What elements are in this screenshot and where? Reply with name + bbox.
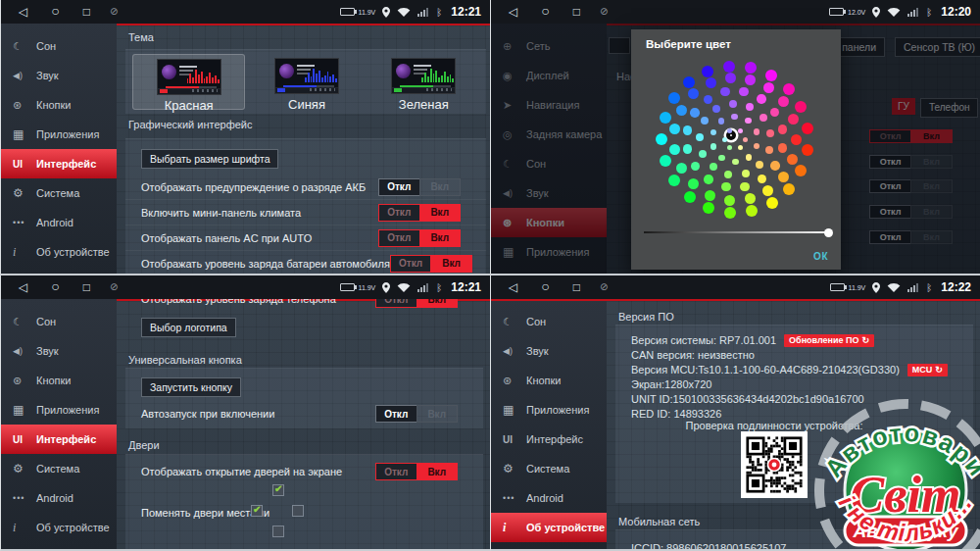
door-checkbox-top[interactable] — [272, 484, 284, 496]
update-badge[interactable]: Обновление ПО↻ — [784, 334, 874, 347]
color-dot[interactable] — [701, 117, 709, 125]
color-dot[interactable] — [783, 183, 795, 195]
color-dot[interactable] — [668, 92, 680, 104]
color-dot[interactable] — [770, 108, 780, 118]
color-dot[interactable] — [766, 197, 778, 209]
recents-icon[interactable]: □ — [573, 281, 580, 293]
color-dot[interactable] — [788, 114, 799, 125]
color-dot[interactable] — [710, 143, 717, 150]
color-dot[interactable] — [778, 96, 789, 107]
sidebar-item-speaker[interactable]: ◀)Звук — [491, 336, 607, 366]
color-dot[interactable] — [746, 154, 753, 161]
color-dot[interactable] — [676, 105, 687, 116]
color-dot[interactable] — [704, 95, 713, 105]
toggle-on-option[interactable]: Вкл — [419, 229, 462, 247]
theme-card[interactable]: Зеленая — [368, 54, 479, 110]
color-dot[interactable] — [718, 155, 725, 162]
home-icon[interactable]: ○ — [51, 4, 59, 18]
color-dot[interactable] — [778, 143, 788, 153]
color-dot[interactable] — [712, 105, 720, 113]
sidebar-item-moon[interactable]: ☾Сон — [1, 31, 117, 61]
sidebar-item-ui[interactable]: UIИнтерфейс — [1, 149, 117, 178]
color-dot[interactable] — [683, 125, 693, 135]
color-dot[interactable] — [763, 82, 774, 93]
back-icon[interactable]: ◁ — [509, 6, 517, 18]
color-dot[interactable] — [732, 159, 739, 166]
sidebar-item-dots[interactable]: •••Android — [1, 483, 117, 513]
toggle-on-option[interactable]: Вкл — [416, 299, 459, 308]
color-dot[interactable] — [720, 87, 730, 97]
toggle-off-option[interactable]: Откл — [390, 255, 431, 273]
home-icon[interactable]: ○ — [541, 4, 549, 18]
toggle-off-option[interactable]: Откл — [378, 178, 419, 196]
run-button[interactable]: Запустить кнопку — [141, 377, 241, 397]
color-dot[interactable] — [724, 195, 735, 206]
color-dot[interactable] — [795, 165, 807, 176]
sidebar-item-apps[interactable]: ▦Приложения — [491, 395, 607, 425]
sidebar-item-ui[interactable]: UIИнтерфейс — [491, 425, 607, 454]
update-badge[interactable]: MCU↻ — [907, 364, 948, 376]
recents-icon[interactable]: □ — [573, 6, 580, 18]
sidebar-item-gear[interactable]: ⚙Система — [491, 454, 607, 483]
font-size-button[interactable]: Выбрать размер шрифта — [141, 149, 278, 169]
back-icon[interactable]: ◁ — [19, 281, 27, 293]
sidebar-item-gear[interactable]: ⚙Система — [1, 178, 117, 208]
color-dot[interactable] — [723, 61, 735, 73]
color-dot[interactable] — [791, 134, 802, 145]
color-dot[interactable] — [765, 70, 777, 81]
color-dot[interactable] — [688, 88, 699, 99]
color-dot[interactable] — [787, 154, 798, 165]
color-dot[interactable] — [738, 128, 743, 133]
color-dot[interactable] — [757, 94, 766, 104]
sidebar-item-info[interactable]: iОб устройстве — [1, 237, 117, 267]
color-dot[interactable] — [718, 118, 725, 125]
color-dot[interactable] — [770, 161, 780, 171]
toggle-on-option[interactable]: Вкл — [416, 463, 459, 480]
color-dot[interactable] — [724, 207, 736, 219]
color-dot[interactable] — [699, 150, 707, 158]
color-dot[interactable] — [660, 155, 671, 167]
sidebar-item-moon[interactable]: ☾Сон — [491, 307, 607, 336]
screenshot-icon[interactable]: ⊘ — [600, 7, 608, 18]
color-dot[interactable] — [760, 114, 767, 122]
color-dot[interactable] — [683, 76, 695, 88]
color-dot[interactable] — [710, 163, 717, 171]
color-dot[interactable] — [731, 114, 738, 121]
color-dot[interactable] — [721, 182, 731, 192]
color-dot[interactable] — [802, 144, 813, 156]
color-dot[interactable] — [702, 66, 713, 77]
color-dot[interactable] — [683, 144, 693, 154]
color-dot[interactable] — [727, 145, 732, 150]
screenshot-icon[interactable]: ⊘ — [110, 7, 118, 18]
color-dot[interactable] — [795, 101, 807, 113]
color-dot[interactable] — [754, 143, 760, 150]
color-dot[interactable] — [766, 129, 774, 137]
color-dot[interactable] — [740, 182, 750, 192]
back-icon[interactable]: ◁ — [509, 281, 517, 293]
color-dot[interactable] — [704, 175, 713, 184]
screenshot-icon[interactable]: ⊘ — [110, 282, 118, 293]
color-dot[interactable] — [742, 170, 750, 177]
home-icon[interactable]: ○ — [541, 279, 549, 293]
color-dot[interactable] — [765, 146, 773, 154]
toggle-on-option[interactable]: Вкл — [416, 405, 459, 423]
color-dot[interactable] — [676, 163, 687, 174]
color-dot[interactable] — [758, 175, 767, 184]
door-checkbox-right[interactable] — [292, 505, 304, 517]
color-dot[interactable] — [745, 118, 752, 125]
color-dot[interactable] — [746, 103, 754, 111]
color-dot[interactable] — [783, 83, 795, 95]
recents-icon[interactable]: □ — [83, 6, 90, 18]
color-wheel[interactable] — [652, 56, 818, 223]
color-dot[interactable] — [725, 73, 736, 83]
sidebar-item-info[interactable]: iОб устройстве — [1, 513, 117, 542]
theme-card[interactable]: Синяя — [251, 54, 362, 110]
recents-icon[interactable]: □ — [83, 281, 90, 293]
toggle-off-option[interactable]: Откл — [378, 229, 419, 247]
color-dot[interactable] — [705, 190, 715, 201]
color-dot[interactable] — [745, 75, 756, 85]
brightness-slider[interactable] — [644, 231, 831, 233]
home-icon[interactable]: ○ — [51, 279, 59, 293]
sidebar-item-steering-wheel[interactable]: ⊛Кнопки — [491, 366, 607, 395]
sidebar-item-speaker[interactable]: ◀)Звук — [1, 336, 117, 366]
